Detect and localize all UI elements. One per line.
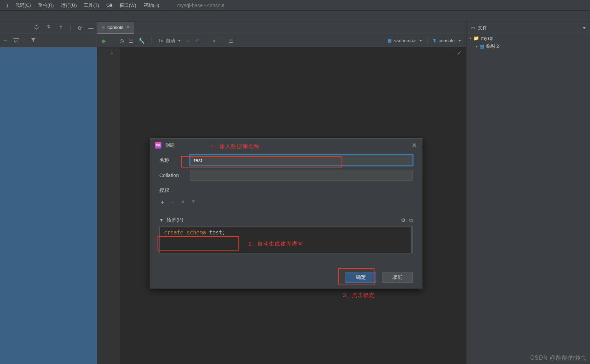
menu-git[interactable]: Git: [103, 1, 116, 9]
down-icon[interactable]: ▼: [190, 198, 197, 206]
schema-selector[interactable]: ▦ <schema>: [387, 38, 422, 43]
sql-keyword: create: [164, 229, 183, 236]
history-icon[interactable]: ◷: [120, 38, 124, 44]
close-icon[interactable]: ✕: [126, 25, 130, 30]
svg-marker-9: [31, 38, 35, 42]
expand-icon[interactable]: [46, 24, 52, 31]
schema-label: <schema>: [394, 38, 416, 43]
menu-run[interactable]: 运行(U): [57, 1, 80, 10]
collation-label: Collation: [159, 173, 184, 178]
preview-header[interactable]: ▼ 预览(P) ⚙ ⧉: [159, 217, 413, 223]
minimize-icon[interactable]: —: [88, 25, 93, 31]
menu-code[interactable]: 代码(C): [11, 1, 34, 10]
separator: [427, 37, 427, 44]
dialog-footer: 确定 取消: [150, 267, 422, 288]
inspection-ok-icon[interactable]: ✓: [457, 49, 462, 56]
run-icon[interactable]: ▶: [102, 38, 106, 44]
menu-refactor[interactable]: 重构(R): [34, 1, 57, 10]
name-input[interactable]: [190, 155, 413, 166]
menu-window[interactable]: 窗口(W): [116, 1, 140, 10]
console-icon: ⊞: [432, 38, 436, 43]
editor-toolbar: ▶ ◷ ☲ 🔧 Tx: 自动 ✓ ↶ ■ ☰ ▦ <schema> ⊞ cons: [97, 34, 466, 47]
left-toolbar-top: | ✿ —: [0, 21, 97, 34]
collapse-icon[interactable]: [58, 24, 64, 31]
editor-gutter: 1: [97, 47, 120, 364]
grants-toolbar: ＋ － ▲ ▼: [159, 196, 413, 208]
right-panel: ▭ 文件 ▾ 📁 mysql ▸ ▦ 临时文: [466, 21, 590, 364]
watermark: CSDN @酷酷的懒虫: [530, 354, 586, 362]
explain-icon[interactable]: ☲: [129, 38, 134, 44]
chevron-right-icon: ▸: [476, 44, 478, 48]
stop-icon[interactable]: ■: [213, 38, 216, 44]
dialog-body: 名称 Collation 授权 ＋ － ▲ ▼ ▼ 预览(P) ⚙ ⧉ crea…: [150, 152, 422, 267]
sync-icon[interactable]: ⤳: [4, 38, 8, 44]
sql-icon[interactable]: QL: [13, 38, 19, 43]
settings-icon[interactable]: ☰: [229, 38, 233, 44]
tree-temp-label: 临时文: [486, 43, 500, 49]
remove-icon[interactable]: －: [170, 198, 176, 206]
left-panel: | ✿ — ⤳ QL |: [0, 21, 97, 364]
sql-file-icon: ⎘: [102, 25, 105, 30]
right-panel-header: ▭ 文件: [466, 21, 590, 34]
svg-point-0: [35, 25, 38, 29]
files-label: 文件: [478, 25, 487, 31]
breadcrumb-bar: [0, 11, 590, 21]
folder-icon: 📁: [473, 35, 479, 41]
add-icon[interactable]: ＋: [159, 198, 165, 206]
files-icon: ▭: [471, 25, 475, 30]
console-selector[interactable]: ⊞ console: [432, 38, 461, 43]
chevron-down-icon: ▼: [159, 218, 164, 223]
settings-icon[interactable]: ✿: [78, 25, 82, 31]
name-label: 名称: [159, 157, 184, 164]
tree-temp-item[interactable]: ▸ ▦ 临时文: [466, 42, 590, 50]
cancel-button[interactable]: 取消: [382, 272, 413, 283]
filter-icon[interactable]: [30, 37, 36, 44]
left-toolbar-sep-2: |: [24, 38, 25, 43]
tx-mode-selector[interactable]: Tx: 自动: [158, 38, 181, 44]
line-number-1: 1: [97, 49, 113, 55]
target-icon[interactable]: [34, 24, 39, 31]
gear-icon[interactable]: ⚙: [401, 217, 406, 223]
window-title: mysql-base - console: [177, 3, 224, 8]
annotation-text-3: 3、点击确定: [343, 292, 375, 299]
editor-tab-bar: ⎘ console ✕: [97, 21, 466, 34]
left-sidebar-content: [0, 47, 97, 364]
scratch-icon: ▦: [480, 44, 484, 49]
preview-label: 预览(P): [166, 217, 183, 223]
files-dropdown-icon[interactable]: [581, 25, 586, 30]
tab-label: console: [107, 25, 124, 30]
separator: [113, 37, 113, 44]
separator: [222, 37, 222, 44]
collation-input[interactable]: [190, 170, 413, 181]
separator: [206, 37, 206, 44]
menu-truncated[interactable]: ): [3, 1, 11, 9]
menu-tools[interactable]: 工具(T): [80, 1, 103, 10]
close-icon[interactable]: ✕: [412, 141, 417, 149]
annotation-text-1: 1、输入数据库名称: [211, 143, 260, 150]
separator: [151, 37, 151, 44]
left-toolbar-bottom: ⤳ QL |: [0, 34, 97, 47]
create-schema-dialog: DG 创建 ✕ 名称 Collation 授权 ＋ － ▲ ▼ ▼ 预览(P) …: [150, 138, 422, 288]
tree-root-label: mysql: [481, 35, 493, 41]
left-toolbar-sep: |: [70, 25, 71, 30]
preview-sql[interactable]: create schema test;: [159, 226, 413, 253]
tab-console[interactable]: ⎘ console ✕: [97, 22, 134, 34]
dialog-header[interactable]: DG 创建 ✕: [150, 139, 422, 152]
datagrip-icon: DG: [155, 142, 161, 149]
schema-icon: ▦: [387, 38, 392, 43]
ok-button[interactable]: 确定: [345, 272, 376, 283]
open-editor-icon[interactable]: ⧉: [409, 217, 413, 223]
up-icon[interactable]: ▲: [180, 198, 186, 206]
menu-help[interactable]: 帮助(H): [140, 1, 163, 10]
commit-icon[interactable]: ✓: [186, 38, 190, 44]
tree-root-item[interactable]: ▾ 📁 mysql: [466, 34, 590, 42]
sql-identifier: test;: [209, 229, 225, 236]
rollback-icon[interactable]: ↶: [195, 38, 199, 44]
chevron-down-icon: ▾: [469, 36, 471, 40]
sql-keyword: schema: [187, 229, 206, 236]
grants-label: 授权: [159, 187, 413, 194]
annotation-text-2: 2、自动生成建库语句: [248, 241, 303, 247]
dialog-title: 创建: [165, 142, 175, 149]
console-label: console: [439, 38, 455, 43]
wrench-icon[interactable]: 🔧: [139, 38, 145, 44]
